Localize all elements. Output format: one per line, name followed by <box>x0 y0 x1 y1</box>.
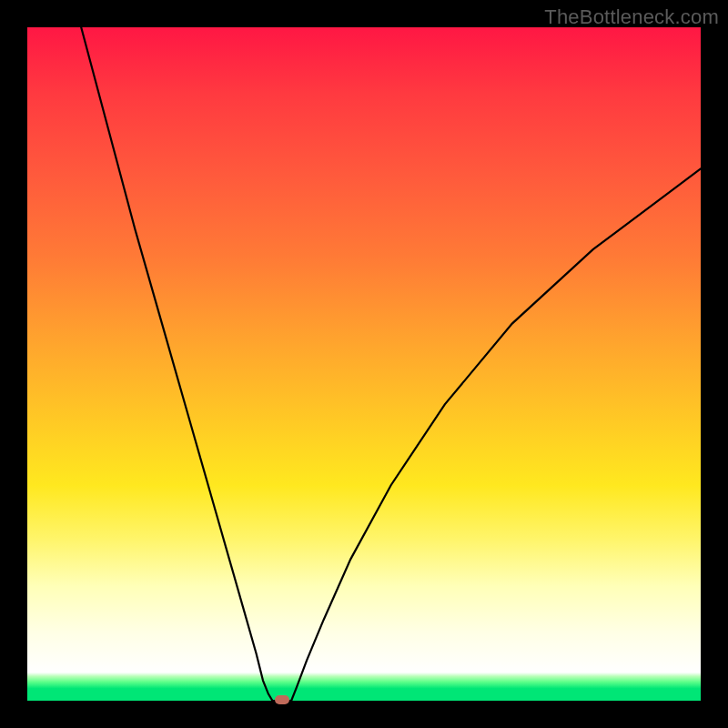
frame-border: TheBottleneck.com <box>0 0 728 728</box>
plot-area <box>27 27 701 701</box>
bottleneck-curve <box>27 27 701 701</box>
optimal-point-marker <box>275 695 289 704</box>
watermark-text: TheBottleneck.com <box>544 5 719 29</box>
curve-right-branch <box>291 168 701 701</box>
curve-left-branch <box>81 27 272 701</box>
